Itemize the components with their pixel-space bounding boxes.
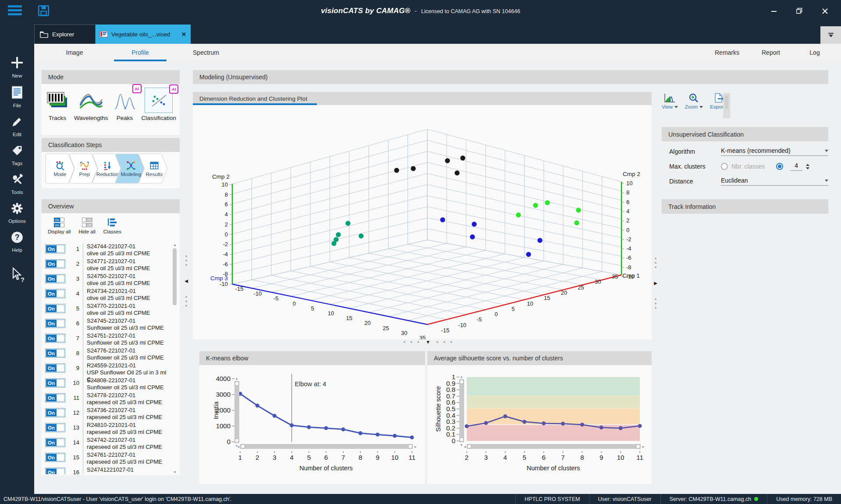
sidebar-item-help[interactable]: ? Help xyxy=(0,231,34,253)
elbow-chart[interactable]: 01000200030004000Elbow at: 4▲▼◄►12345678… xyxy=(199,365,425,484)
zoom-icon xyxy=(688,93,699,103)
scatter-point-cluster-teal[interactable] xyxy=(331,241,336,246)
track-visibility-toggle[interactable]: On xyxy=(45,349,65,358)
help-icon: ? xyxy=(11,231,23,243)
track-visibility-toggle[interactable]: On xyxy=(45,319,65,328)
max-clusters-stepper[interactable] xyxy=(806,164,809,169)
track-visibility-toggle[interactable]: On xyxy=(45,363,65,373)
svg-text:-10: -10 xyxy=(458,322,466,328)
dimension-reduction-3d-plot[interactable]: 10108866442200-2-2-4-4-6-6-8-8-10-10Cmp … xyxy=(193,105,652,339)
nbr-classes-radio[interactable] xyxy=(721,163,728,170)
distance-select[interactable]: Euclidean xyxy=(721,177,828,186)
track-row: On8S24776-221027-01Sunflower oil 25 ul/3… xyxy=(45,347,171,362)
track-row: On1S24744-221027-01olive oil 25 ul/3 ml … xyxy=(45,243,171,258)
scatter-point-cluster-blue[interactable] xyxy=(470,234,475,239)
scatter-point-cluster-black[interactable] xyxy=(411,166,415,171)
scatter-point-cluster-blue[interactable] xyxy=(537,238,542,243)
track-visibility-toggle[interactable]: On xyxy=(45,423,65,432)
scatter-point-cluster-blue[interactable] xyxy=(440,217,445,222)
tab-list-dropdown-button[interactable] xyxy=(820,26,841,44)
track-visibility-toggle[interactable]: On xyxy=(45,274,65,283)
track-visibility-toggle[interactable]: On xyxy=(45,468,65,474)
hide-all-button[interactable]: Off Off Hide all xyxy=(78,218,95,234)
tab-document-active[interactable]: Vegetable oils_...vised ✕ xyxy=(96,25,191,44)
menu-icon[interactable] xyxy=(8,5,22,17)
toolbar-scrollbar[interactable] xyxy=(723,93,730,118)
tab-explorer[interactable]: Explorer xyxy=(34,25,96,44)
tab-close-icon[interactable]: ✕ xyxy=(181,31,186,38)
track-information-header[interactable]: Track Information xyxy=(662,199,828,214)
scatter-point-cluster-green[interactable] xyxy=(516,212,521,217)
view-button[interactable]: View xyxy=(662,93,678,109)
scatter-point-cluster-black[interactable] xyxy=(460,155,465,160)
tab-image[interactable]: Image xyxy=(42,44,107,61)
sidebar-item-context-help[interactable]: ? xyxy=(0,267,34,285)
sidebar-item-options[interactable]: Options xyxy=(0,202,34,224)
sidebar-item-tags[interactable]: Tags xyxy=(0,145,34,166)
svg-text:?: ? xyxy=(21,276,24,283)
scatter-point-cluster-green[interactable] xyxy=(533,203,538,208)
tab-log[interactable]: Log xyxy=(793,44,837,61)
track-number: 2 xyxy=(68,261,79,267)
scatter-point-cluster-green[interactable] xyxy=(574,220,579,225)
right-splitter[interactable]: ●●●▶●●● xyxy=(653,256,659,310)
distance-value: Euclidean xyxy=(721,177,748,184)
restore-button[interactable] xyxy=(787,0,812,22)
track-visibility-toggle[interactable]: On xyxy=(45,244,65,254)
scatter-point-cluster-black[interactable] xyxy=(394,168,399,173)
file-icon xyxy=(11,86,23,99)
display-all-button[interactable]: On On Display all xyxy=(48,218,71,234)
window-title: visionCATS by CAMAG® - Licensed to CAMAG… xyxy=(321,7,520,15)
max-clusters-input[interactable]: 4 xyxy=(790,162,802,171)
track-visibility-toggle[interactable]: On xyxy=(45,334,65,343)
svg-text:8: 8 xyxy=(580,454,584,461)
sidebar-item-tools[interactable]: Tools xyxy=(0,173,34,195)
silhouette-chart[interactable]: 00.10.20.30.40.50.60.70.80.91▲▼◄►2345678… xyxy=(427,365,652,484)
scatter-point-cluster-green[interactable] xyxy=(545,200,550,205)
scatter-point-cluster-teal[interactable] xyxy=(345,221,350,226)
mode-button-wavelengths[interactable]: Wavelengths xyxy=(74,88,108,121)
sidebar-item-file[interactable]: File xyxy=(0,86,34,108)
left-splitter[interactable]: ●●●◀●●● xyxy=(183,254,189,308)
tab-profile[interactable]: Profile xyxy=(107,44,173,61)
track-list-scrollbar[interactable]: ▲ ▼ xyxy=(172,243,177,474)
minimize-button[interactable] xyxy=(761,0,787,22)
scatter-point-cluster-green[interactable] xyxy=(576,208,581,212)
scatter-point-cluster-black[interactable] xyxy=(454,170,459,175)
scatter-point-cluster-blue[interactable] xyxy=(472,222,476,226)
display-all-label: Display all xyxy=(48,229,71,234)
zoom-button[interactable]: Zoom xyxy=(685,93,703,109)
nbr-classes-label: Nbr. classes xyxy=(731,163,765,170)
track-visibility-toggle[interactable]: On xyxy=(45,259,65,268)
tab-remarks[interactable]: Remarks xyxy=(705,44,749,61)
scatter-point-cluster-black[interactable] xyxy=(445,158,450,163)
sidebar-item-new[interactable]: New xyxy=(0,56,34,78)
scatter-point-cluster-teal[interactable] xyxy=(358,233,363,238)
track-visibility-toggle[interactable]: On xyxy=(45,453,65,462)
tab-spectrum[interactable]: Spectrum xyxy=(173,44,239,61)
horizontal-splitter[interactable]: ● ● ●▼● ● ● xyxy=(403,339,454,345)
track-visibility-toggle[interactable]: On xyxy=(45,408,65,417)
track-visibility-toggle[interactable]: On xyxy=(45,304,65,313)
track-visibility-toggle[interactable]: On xyxy=(45,393,65,402)
track-number: 9 xyxy=(68,365,79,371)
scatter-point-cluster-blue[interactable] xyxy=(526,252,531,257)
chevron-down-icon[interactable] xyxy=(699,106,703,108)
close-button[interactable] xyxy=(812,0,837,22)
max-clusters-radio[interactable] xyxy=(776,163,783,170)
scatter-point-cluster-teal[interactable] xyxy=(336,232,341,237)
tab-report[interactable]: Report xyxy=(749,44,793,61)
mode-button-peaks[interactable]: AI Peaks xyxy=(114,88,135,121)
chevron-down-icon[interactable] xyxy=(674,106,678,108)
track-visibility-toggle[interactable]: On xyxy=(45,378,65,388)
mode-button-classification[interactable]: AI Classification xyxy=(142,88,177,121)
step-results[interactable]: Results xyxy=(139,154,167,183)
classes-button[interactable]: Classes xyxy=(103,218,121,234)
save-button[interactable] xyxy=(38,5,50,18)
sidebar-item-edit[interactable]: Edit xyxy=(0,116,34,137)
cursor-help-icon: ? xyxy=(10,267,24,283)
track-visibility-toggle[interactable]: On xyxy=(45,438,65,447)
mode-button-tracks[interactable]: Tracks xyxy=(47,88,68,121)
track-visibility-toggle[interactable]: On xyxy=(45,289,65,298)
algorithm-select[interactable]: K-means (recommended) xyxy=(721,147,828,156)
